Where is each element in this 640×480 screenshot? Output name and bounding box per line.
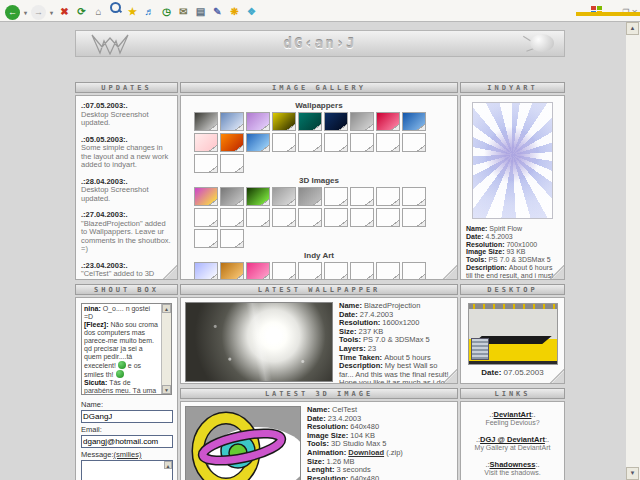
gallery-thumb-empty	[324, 208, 348, 227]
desktop-screenshot-thumb[interactable]	[468, 303, 558, 365]
smiley-icon	[118, 361, 126, 369]
shout-message: Sicuta: Tás de parabéns meu. Tá uma cena…	[84, 379, 160, 395]
gallery-thumb-empty	[272, 133, 296, 152]
scroll-down-button[interactable]: ▼	[626, 467, 639, 480]
message-textarea[interactable]	[82, 461, 166, 480]
gallery-thumb[interactable]	[246, 112, 270, 131]
name-input[interactable]	[81, 410, 173, 423]
gallery-thumb[interactable]	[298, 112, 322, 131]
link-title: .:DGJ @ DeviantArt:.	[463, 435, 562, 444]
gallery-thumb[interactable]	[298, 187, 322, 206]
back-icon[interactable]: ←	[5, 5, 20, 20]
field-label: Name:	[466, 225, 489, 232]
gallery-thumb[interactable]	[246, 262, 270, 280]
edit-icon[interactable]: ✎	[210, 4, 225, 19]
gallery-section-label: Indy Art	[189, 251, 449, 260]
celtest-3d-image[interactable]	[185, 406, 301, 480]
gallery-thumb[interactable]	[246, 187, 270, 206]
gallery-thumb-empty	[298, 262, 322, 280]
gallery-thumb-empty	[350, 133, 374, 152]
gallery-thumb[interactable]	[220, 262, 244, 280]
email-input[interactable]	[81, 435, 173, 448]
magnifier-glass	[110, 2, 121, 13]
forward-dropdown-icon[interactable]: ▾	[48, 6, 55, 21]
scroll-up-button[interactable]: ▲	[626, 22, 639, 35]
smilies-link[interactable]: (smilies)	[114, 450, 142, 459]
gallery-thumb[interactable]	[194, 133, 218, 152]
message-textarea-wrap: ▲ ▼	[81, 460, 173, 480]
gallery-thumb[interactable]	[194, 187, 218, 206]
print-icon[interactable]: ▤	[193, 4, 208, 19]
field-label: Resolution:	[307, 474, 350, 480]
desktop-panel-title: DESKTOP	[460, 284, 565, 295]
gallery-thumb-empty	[350, 208, 374, 227]
gallery-thumb-empty	[298, 133, 322, 152]
latest-wallpaper-details: Name: BlazedProjectionDate: 27.4.2003Res…	[339, 302, 453, 384]
latest-wallpaper-image[interactable]	[185, 302, 333, 382]
gallery-thumb[interactable]	[272, 112, 296, 131]
link-item: .:DGJ @ DeviantArt:.My Gallery at Devian…	[463, 435, 562, 451]
gallery-thumb[interactable]	[194, 112, 218, 131]
gallery-thumb[interactable]	[272, 187, 296, 206]
gallery-thumb[interactable]	[220, 133, 244, 152]
home-icon[interactable]: ⌂	[91, 4, 106, 19]
gallery-thumb[interactable]	[402, 112, 426, 131]
link-title: .:Shadowness:.	[463, 460, 562, 469]
gallery-thumb[interactable]	[220, 187, 244, 206]
gallery-thumb[interactable]	[246, 133, 270, 152]
stop-icon[interactable]: ✖	[57, 4, 72, 19]
detail-field: Resolution: 700x1000	[466, 241, 559, 249]
gallery-thumb-empty	[324, 262, 348, 280]
gallery-thumb-empty	[402, 208, 426, 227]
gallery-panel-title: IMAGE GALLERY	[180, 82, 458, 93]
gallery-body: Wallpappers3D ImagesIndy Art	[181, 96, 457, 280]
indyart-image[interactable]	[472, 102, 553, 219]
link-anchor[interactable]: DGJ @ DeviantArt	[480, 435, 545, 444]
updates-list: .:07.05.2003:.Desktop Screenshot updated…	[76, 96, 177, 280]
field-label: Resolution:	[466, 241, 506, 248]
gallery-thumb[interactable]	[324, 112, 348, 131]
email-label: Email:	[81, 425, 172, 434]
link-anchor[interactable]: Shadowness	[490, 460, 536, 469]
field-label: Tools:	[466, 256, 488, 263]
shout-scrollbar[interactable]: ▲ ▼	[161, 304, 171, 394]
download-link[interactable]: Download	[348, 448, 384, 457]
detail-field: Tools: PS 7.0 & 3DSMax 5	[466, 256, 559, 264]
field-label: Description:	[339, 361, 385, 370]
gallery-thumb[interactable]	[194, 262, 218, 280]
history-icon[interactable]: ◷	[159, 4, 174, 19]
gallery-thumb[interactable]	[350, 112, 374, 131]
gallery-thumb-empty	[350, 262, 374, 280]
vertical-scrollbar[interactable]: ▲ ▼	[625, 22, 640, 480]
shout-scroll-up-icon[interactable]: ▲	[162, 304, 171, 313]
textarea-scroll-up-icon[interactable]: ▲	[164, 461, 172, 469]
site-header: dG‹an›J	[75, 30, 565, 57]
detail-field: Name: Spirit Flow	[466, 225, 559, 233]
updates-panel: UPDATES .:07.05.2003:.Desktop Screenshot…	[75, 82, 178, 280]
update-text: "CelTest" added to 3D Images "CelTest" a…	[81, 270, 172, 280]
forward-icon[interactable]: →	[31, 5, 46, 20]
back-dropdown-icon[interactable]: ▾	[22, 6, 29, 21]
gallery-thumb[interactable]	[376, 112, 400, 131]
shout-messages-box[interactable]: nina: O_o.... n gostei =D[Fleez]: Não so…	[81, 303, 172, 395]
detail-field: Description: My best Wall so far... And …	[339, 362, 453, 384]
mail-icon[interactable]: ✉	[176, 4, 191, 19]
link-anchor[interactable]: DeviantArt	[494, 410, 532, 419]
media-icon[interactable]: ♬	[142, 4, 157, 19]
latest-wallpaper-panel: LATEST WALLPAPPER Name: BlazedProjection…	[180, 284, 458, 384]
gallery-thumb-empty	[272, 262, 296, 280]
search-icon[interactable]	[108, 0, 123, 15]
update-text: Some simple changes in the layout and a …	[81, 144, 172, 170]
msn-icon[interactable]: ❖	[244, 4, 259, 19]
gallery-grid	[193, 111, 445, 174]
page-background: dG‹an›J UPDATES .:07.05.2003:.Desktop Sc…	[0, 22, 626, 480]
shout-message: [Fleez]: Não sou croma dos computers mas…	[84, 321, 160, 379]
link-subtitle: Visit the shadows.	[463, 469, 562, 476]
shout-scroll-down-icon[interactable]: ▼	[162, 385, 171, 394]
refresh-icon[interactable]: ⟳	[74, 4, 89, 19]
favorites-icon[interactable]: ★	[125, 4, 140, 19]
gallery-thumb[interactable]	[220, 112, 244, 131]
gallery-section-label: 3D Images	[189, 176, 449, 185]
messenger-icon[interactable]: ❋	[227, 4, 242, 19]
browser-toolbar: ←▾→▾✖⟳⌂★♬◷✉▤✎❋❖ —❐✕	[0, 0, 640, 22]
